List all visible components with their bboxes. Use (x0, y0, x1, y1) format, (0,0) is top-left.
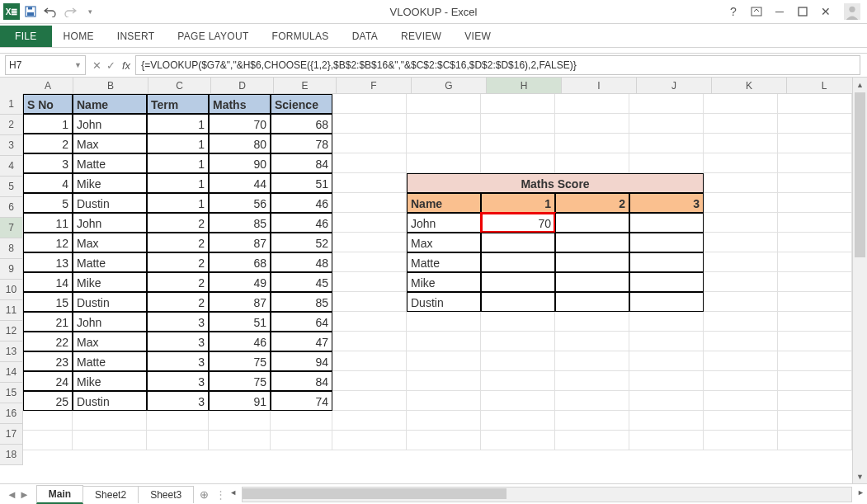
column-header-F[interactable]: F (337, 78, 412, 94)
cell-term[interactable]: 3 (147, 332, 209, 351)
row-header-7[interactable]: 7 (0, 218, 23, 238)
lookup-name[interactable]: John (407, 213, 481, 233)
cell[interactable] (407, 134, 481, 153)
row-header-17[interactable]: 17 (0, 424, 23, 445)
row-header-10[interactable]: 10 (0, 280, 23, 300)
cell-name[interactable]: Dustin (73, 292, 147, 312)
name-box[interactable]: H7 ▼ (5, 55, 86, 75)
cell[interactable] (23, 431, 73, 450)
cell[interactable] (332, 411, 407, 431)
cell-maths[interactable]: 80 (209, 134, 271, 153)
cell[interactable] (407, 332, 481, 351)
scroll-left-button[interactable]: ◄ (229, 488, 237, 497)
cell-sno[interactable]: 22 (23, 332, 73, 351)
lookup-val[interactable] (481, 272, 555, 292)
add-sheet-button[interactable]: ⊕ (193, 486, 215, 503)
cell[interactable] (778, 292, 852, 312)
cell[interactable] (332, 173, 407, 193)
tab-insert[interactable]: INSERT (106, 26, 167, 47)
cell-sno[interactable]: 25 (23, 391, 73, 411)
cell[interactable] (778, 391, 852, 411)
cell-sno[interactable]: 14 (23, 272, 73, 292)
cell-sno[interactable]: 15 (23, 292, 73, 312)
cell-name[interactable]: Mike (73, 272, 147, 292)
cell[interactable] (209, 431, 271, 450)
cell-maths[interactable]: 87 (209, 233, 271, 252)
column-header-J[interactable]: J (637, 78, 712, 94)
cell-term[interactable]: 2 (147, 272, 209, 292)
cell[interactable] (332, 134, 407, 153)
cell[interactable] (407, 114, 481, 134)
cell-name[interactable]: Max (73, 233, 147, 252)
cell[interactable] (481, 312, 555, 332)
cell-science[interactable]: 94 (271, 351, 332, 371)
cell-science[interactable]: 74 (271, 391, 332, 411)
column-header-H[interactable]: H (487, 78, 562, 94)
cell[interactable] (407, 391, 481, 411)
cell[interactable] (778, 371, 852, 391)
row-header-11[interactable]: 11 (0, 300, 23, 321)
lookup-header-2[interactable]: 2 (555, 193, 629, 213)
maximize-button[interactable] (794, 3, 811, 20)
lookup-name[interactable]: Matte (407, 252, 481, 272)
cell[interactable] (778, 213, 852, 233)
cell-science[interactable]: 78 (271, 134, 332, 153)
cell-maths[interactable]: 90 (209, 153, 271, 173)
tab-review[interactable]: REVIEW (389, 26, 453, 47)
cell[interactable] (629, 134, 704, 153)
cell-science[interactable]: 68 (271, 114, 332, 134)
cell[interactable] (481, 431, 555, 450)
tab-page-layout[interactable]: PAGE LAYOUT (166, 26, 260, 47)
cell[interactable] (332, 351, 407, 371)
cell-term[interactable]: 1 (147, 153, 209, 173)
row-header-12[interactable]: 12 (0, 321, 23, 341)
cell[interactable] (629, 351, 704, 371)
cell[interactable] (332, 213, 407, 233)
cell[interactable] (555, 134, 629, 153)
cell[interactable] (332, 153, 407, 173)
cell-science[interactable]: 85 (271, 292, 332, 312)
column-header-G[interactable]: G (412, 78, 487, 94)
lookup-val[interactable] (555, 233, 629, 252)
cell[interactable] (704, 272, 778, 292)
lookup-header-3[interactable]: 3 (629, 193, 704, 213)
fx-icon[interactable]: fx (122, 59, 130, 72)
undo-button[interactable] (41, 2, 59, 21)
cell[interactable] (704, 134, 778, 153)
lookup-name[interactable]: Dustin (407, 292, 481, 312)
enter-formula-button[interactable]: ✓ (106, 59, 115, 72)
cell[interactable] (555, 153, 629, 173)
cell-maths[interactable]: 49 (209, 272, 271, 292)
cell-maths[interactable]: 87 (209, 292, 271, 312)
row-header-6[interactable]: 6 (0, 197, 23, 218)
column-header-D[interactable]: D (211, 78, 274, 94)
cell[interactable] (271, 431, 332, 450)
row-header-5[interactable]: 5 (0, 177, 23, 197)
cell[interactable] (481, 391, 555, 411)
cell[interactable] (778, 134, 852, 153)
tab-home[interactable]: HOME (52, 26, 106, 47)
cell[interactable] (704, 312, 778, 332)
cell-maths[interactable]: 46 (209, 332, 271, 351)
cell-term[interactable]: 3 (147, 391, 209, 411)
cell[interactable] (704, 153, 778, 173)
lookup-val[interactable] (555, 292, 629, 312)
cell-name[interactable]: John (73, 213, 147, 233)
cell-term[interactable]: 2 (147, 292, 209, 312)
cell-maths[interactable]: 91 (209, 391, 271, 411)
cell[interactable] (481, 371, 555, 391)
cell-maths[interactable]: 75 (209, 351, 271, 371)
row-header-8[interactable]: 8 (0, 238, 23, 259)
cell-science[interactable]: 64 (271, 312, 332, 332)
cell-science[interactable]: 46 (271, 213, 332, 233)
header-sno[interactable]: S No (23, 94, 73, 114)
cell[interactable] (778, 272, 852, 292)
close-button[interactable]: ✕ (818, 3, 834, 20)
cell-maths[interactable]: 70 (209, 114, 271, 134)
cell-science[interactable]: 52 (271, 233, 332, 252)
cell[interactable] (555, 431, 629, 450)
column-header-L[interactable]: L (787, 78, 862, 94)
cell[interactable] (704, 193, 778, 213)
row-header-1[interactable]: 1 (0, 94, 23, 115)
cell[interactable] (704, 431, 778, 450)
